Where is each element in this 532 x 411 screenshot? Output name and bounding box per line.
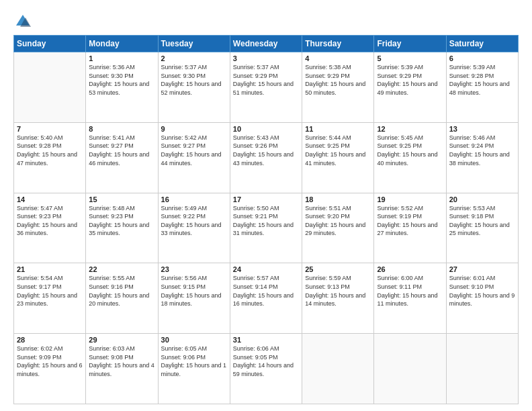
day-info: Sunrise: 5:44 AMSunset: 9:25 PMDaylight:… — [305, 134, 371, 167]
weekday-saturday: Saturday — [446, 36, 518, 52]
calendar-cell: 17Sunrise: 5:50 AMSunset: 9:21 PMDayligh… — [230, 193, 302, 263]
calendar-cell: 16Sunrise: 5:49 AMSunset: 9:22 PMDayligh… — [158, 193, 230, 263]
weekday-friday: Friday — [374, 36, 446, 52]
day-number: 13 — [449, 125, 515, 133]
calendar-cell: 4Sunrise: 5:38 AMSunset: 9:29 PMDaylight… — [302, 52, 374, 123]
day-info: Sunrise: 5:47 AMSunset: 9:23 PMDaylight:… — [17, 204, 83, 238]
day-info: Sunrise: 5:45 AMSunset: 9:25 PMDaylight:… — [377, 134, 443, 167]
calendar-table: SundayMondayTuesdayWednesdayThursdayFrid… — [13, 35, 519, 404]
calendar-cell: 14Sunrise: 5:47 AMSunset: 9:23 PMDayligh… — [14, 193, 86, 263]
logo — [13, 12, 35, 31]
day-number: 7 — [17, 125, 83, 133]
day-info: Sunrise: 5:52 AMSunset: 9:19 PMDaylight:… — [377, 204, 443, 238]
day-info: Sunrise: 5:51 AMSunset: 9:20 PMDaylight:… — [305, 204, 371, 238]
day-info: Sunrise: 5:36 AMSunset: 9:30 PMDaylight:… — [89, 63, 154, 97]
day-info: Sunrise: 5:53 AMSunset: 9:18 PMDaylight:… — [449, 204, 515, 238]
calendar-cell — [446, 334, 518, 404]
day-info: Sunrise: 5:38 AMSunset: 9:29 PMDaylight:… — [305, 63, 371, 97]
day-info: Sunrise: 5:37 AMSunset: 9:30 PMDaylight:… — [161, 63, 227, 97]
calendar-cell: 5Sunrise: 5:39 AMSunset: 9:29 PMDaylight… — [374, 52, 446, 123]
calendar-cell: 27Sunrise: 6:01 AMSunset: 9:10 PMDayligh… — [446, 263, 518, 334]
calendar-cell: 25Sunrise: 5:59 AMSunset: 9:13 PMDayligh… — [302, 263, 374, 334]
header — [13, 12, 519, 31]
weekday-wednesday: Wednesday — [230, 36, 302, 52]
day-number: 29 — [89, 336, 154, 344]
day-number: 23 — [161, 265, 227, 273]
day-number: 2 — [161, 54, 227, 62]
day-info: Sunrise: 5:41 AMSunset: 9:27 PMDaylight:… — [89, 134, 154, 167]
calendar-cell: 22Sunrise: 5:55 AMSunset: 9:16 PMDayligh… — [86, 263, 158, 334]
day-info: Sunrise: 6:06 AMSunset: 9:05 PMDaylight:… — [233, 345, 299, 378]
day-number: 21 — [17, 265, 83, 273]
day-number: 6 — [449, 54, 515, 62]
day-info: Sunrise: 5:55 AMSunset: 9:16 PMDaylight:… — [89, 274, 154, 308]
calendar-cell: 8Sunrise: 5:41 AMSunset: 9:27 PMDaylight… — [86, 122, 158, 193]
day-number: 25 — [305, 265, 371, 273]
day-number: 20 — [449, 195, 515, 203]
day-number: 8 — [89, 125, 154, 133]
calendar-cell: 23Sunrise: 5:56 AMSunset: 9:15 PMDayligh… — [158, 263, 230, 334]
day-number: 18 — [305, 195, 371, 203]
day-number: 28 — [17, 336, 83, 344]
calendar-cell: 30Sunrise: 6:05 AMSunset: 9:06 PMDayligh… — [158, 334, 230, 404]
day-info: Sunrise: 5:49 AMSunset: 9:22 PMDaylight:… — [161, 204, 227, 238]
calendar-cell: 10Sunrise: 5:43 AMSunset: 9:26 PMDayligh… — [230, 122, 302, 193]
day-number: 30 — [161, 336, 227, 344]
weekday-sunday: Sunday — [14, 36, 86, 52]
day-number: 9 — [161, 125, 227, 133]
calendar-cell: 21Sunrise: 5:54 AMSunset: 9:17 PMDayligh… — [14, 263, 86, 334]
day-number: 15 — [89, 195, 154, 203]
day-info: Sunrise: 5:46 AMSunset: 9:24 PMDaylight:… — [449, 134, 515, 167]
logo-icon — [13, 12, 32, 31]
calendar-body: 1Sunrise: 5:36 AMSunset: 9:30 PMDaylight… — [14, 52, 519, 404]
day-number: 10 — [233, 125, 299, 133]
calendar-cell: 29Sunrise: 6:03 AMSunset: 9:08 PMDayligh… — [86, 334, 158, 404]
day-number: 4 — [305, 54, 371, 62]
calendar-cell: 24Sunrise: 5:57 AMSunset: 9:14 PMDayligh… — [230, 263, 302, 334]
weekday-thursday: Thursday — [302, 36, 374, 52]
calendar-cell: 7Sunrise: 5:40 AMSunset: 9:28 PMDaylight… — [14, 122, 86, 193]
weekday-tuesday: Tuesday — [158, 36, 230, 52]
calendar-cell: 31Sunrise: 6:06 AMSunset: 9:05 PMDayligh… — [230, 334, 302, 404]
day-number: 12 — [377, 125, 443, 133]
day-number: 14 — [17, 195, 83, 203]
calendar-cell: 28Sunrise: 6:02 AMSunset: 9:09 PMDayligh… — [14, 334, 86, 404]
day-number: 26 — [377, 265, 443, 273]
calendar-cell: 19Sunrise: 5:52 AMSunset: 9:19 PMDayligh… — [374, 193, 446, 263]
day-number: 11 — [305, 125, 371, 133]
day-number: 19 — [377, 195, 443, 203]
day-number: 3 — [233, 54, 299, 62]
day-info: Sunrise: 5:42 AMSunset: 9:27 PMDaylight:… — [161, 134, 227, 167]
day-info: Sunrise: 6:00 AMSunset: 9:11 PMDaylight:… — [377, 274, 443, 308]
calendar-cell: 15Sunrise: 5:48 AMSunset: 9:23 PMDayligh… — [86, 193, 158, 263]
day-info: Sunrise: 5:59 AMSunset: 9:13 PMDaylight:… — [305, 274, 371, 308]
calendar-cell: 12Sunrise: 5:45 AMSunset: 9:25 PMDayligh… — [374, 122, 446, 193]
calendar-week-3: 14Sunrise: 5:47 AMSunset: 9:23 PMDayligh… — [14, 193, 519, 263]
calendar-week-5: 28Sunrise: 6:02 AMSunset: 9:09 PMDayligh… — [14, 334, 519, 404]
weekday-header-row: SundayMondayTuesdayWednesdayThursdayFrid… — [14, 36, 519, 52]
day-info: Sunrise: 5:50 AMSunset: 9:21 PMDaylight:… — [233, 204, 299, 238]
day-number: 5 — [377, 54, 443, 62]
day-info: Sunrise: 6:01 AMSunset: 9:10 PMDaylight:… — [449, 274, 515, 308]
day-info: Sunrise: 5:48 AMSunset: 9:23 PMDaylight:… — [89, 204, 154, 238]
day-info: Sunrise: 5:56 AMSunset: 9:15 PMDaylight:… — [161, 274, 227, 308]
day-info: Sunrise: 5:37 AMSunset: 9:29 PMDaylight:… — [233, 63, 299, 97]
day-info: Sunrise: 6:03 AMSunset: 9:08 PMDaylight:… — [89, 345, 154, 378]
calendar-cell: 20Sunrise: 5:53 AMSunset: 9:18 PMDayligh… — [446, 193, 518, 263]
day-info: Sunrise: 5:39 AMSunset: 9:29 PMDaylight:… — [377, 63, 443, 97]
day-info: Sunrise: 5:43 AMSunset: 9:26 PMDaylight:… — [233, 134, 299, 167]
day-info: Sunrise: 6:02 AMSunset: 9:09 PMDaylight:… — [17, 345, 83, 378]
day-number: 27 — [449, 265, 515, 273]
calendar-week-2: 7Sunrise: 5:40 AMSunset: 9:28 PMDaylight… — [14, 122, 519, 193]
calendar-cell — [374, 334, 446, 404]
calendar-cell: 9Sunrise: 5:42 AMSunset: 9:27 PMDaylight… — [158, 122, 230, 193]
day-info: Sunrise: 5:39 AMSunset: 9:28 PMDaylight:… — [449, 63, 515, 97]
calendar-cell: 1Sunrise: 5:36 AMSunset: 9:30 PMDaylight… — [86, 52, 158, 123]
calendar-header: SundayMondayTuesdayWednesdayThursdayFrid… — [14, 36, 519, 52]
calendar-cell: 6Sunrise: 5:39 AMSunset: 9:28 PMDaylight… — [446, 52, 518, 123]
calendar-cell: 26Sunrise: 6:00 AMSunset: 9:11 PMDayligh… — [374, 263, 446, 334]
day-info: Sunrise: 5:57 AMSunset: 9:14 PMDaylight:… — [233, 274, 299, 308]
calendar-cell: 2Sunrise: 5:37 AMSunset: 9:30 PMDaylight… — [158, 52, 230, 123]
calendar-cell: 13Sunrise: 5:46 AMSunset: 9:24 PMDayligh… — [446, 122, 518, 193]
day-number: 16 — [161, 195, 227, 203]
